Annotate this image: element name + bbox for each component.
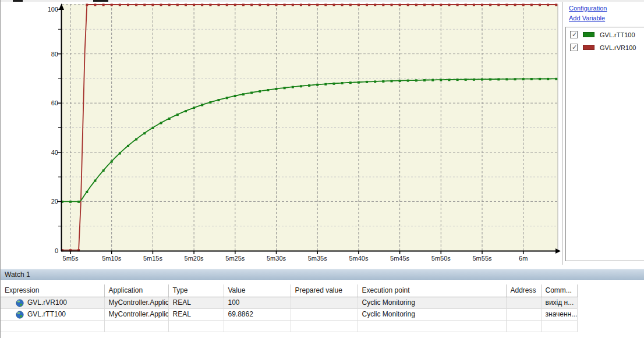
expression-cell: GVL.rVR100: [1, 297, 104, 308]
series-color-swatch: [583, 45, 595, 50]
address-cell: [506, 297, 541, 308]
application-cell: MyController.Applica...: [104, 297, 168, 308]
svg-text:5m5s: 5m5s: [63, 255, 79, 262]
svg-text:5m30s: 5m30s: [267, 255, 286, 262]
application-cell: MyController.Applica...: [104, 308, 168, 320]
execution-point-cell: Cyclic Monitoring: [358, 308, 506, 320]
svg-text:80: 80: [51, 51, 58, 58]
type-cell: REAL: [168, 297, 224, 308]
trace-chart-svg[interactable]: 0204060801005m5s5m10s5m15s5m20s5m25s5m30…: [0, 2, 562, 265]
legend-item-rtt100[interactable]: GVL.rTT100: [566, 29, 644, 40]
watch-table: Expression Application Type Value Prepar…: [1, 284, 578, 332]
svg-text:0: 0: [55, 247, 58, 254]
add-variable-link[interactable]: Add Variable: [569, 15, 605, 22]
variable-globe-icon: [16, 311, 24, 319]
col-header-value[interactable]: Value: [224, 284, 291, 297]
svg-text:6m: 6m: [519, 255, 528, 262]
svg-text:20: 20: [51, 198, 58, 205]
svg-text:5m20s: 5m20s: [185, 255, 204, 262]
col-header-expression[interactable]: Expression: [1, 284, 104, 297]
svg-text:5m50s: 5m50s: [431, 255, 451, 262]
checkbox-icon[interactable]: [570, 44, 578, 51]
col-header-prepared-value[interactable]: Prepared value: [291, 284, 358, 297]
expression-cell: GVL.rTT100: [1, 308, 104, 320]
watch-row-empty[interactable]: [1, 320, 577, 332]
window-left-border: [0, 0, 1, 338]
col-header-comment[interactable]: Comm...: [541, 284, 577, 297]
toolbar-remnant-icon: [13, 0, 23, 2]
watch-panel-title: Watch 1: [0, 269, 644, 280]
legend-label: GVL.rTT100: [600, 31, 635, 38]
toolbar-remnant-icon: [93, 0, 108, 2]
legend-box: GVL.rTT100 GVL.rVR100: [565, 27, 644, 261]
svg-text:40: 40: [51, 149, 58, 156]
checkbox-icon[interactable]: [570, 31, 578, 38]
execution-point-cell: Cyclic Monitoring: [358, 297, 506, 308]
variable-globe-icon: [16, 299, 24, 307]
watch-row-rvr100[interactable]: GVL.rVR100 MyController.Applica... REAL …: [1, 297, 577, 308]
col-header-type[interactable]: Type: [168, 284, 224, 297]
top-edge-artifact: [0, 0, 644, 2]
svg-text:5m45s: 5m45s: [390, 255, 410, 262]
value-cell[interactable]: 100: [224, 297, 291, 308]
series-color-swatch: [583, 32, 595, 37]
prepared-value-cell[interactable]: [291, 297, 358, 308]
watch-panel: Watch 1 Expression Application Type Valu…: [0, 269, 644, 338]
svg-text:5m10s: 5m10s: [102, 255, 122, 262]
watch-row-rtt100[interactable]: GVL.rTT100 MyController.Applica... REAL …: [1, 308, 577, 320]
prepared-value-cell[interactable]: [291, 308, 358, 320]
svg-text:60: 60: [51, 99, 58, 106]
legend-label: GVL.rVR100: [600, 44, 636, 51]
col-header-address[interactable]: Address: [506, 284, 541, 297]
svg-text:5m35s: 5m35s: [308, 255, 328, 262]
comment-cell: вихід н...: [541, 297, 577, 308]
trace-chart[interactable]: 0204060801005m5s5m10s5m15s5m20s5m25s5m30…: [0, 2, 562, 265]
trace-config-panel: Configuration Add Variable GVL.rTT100 GV…: [562, 2, 644, 265]
svg-text:5m15s: 5m15s: [143, 255, 163, 262]
legend-item-rvr100[interactable]: GVL.rVR100: [566, 42, 644, 53]
svg-text:5m55s: 5m55s: [472, 255, 492, 262]
col-header-execution-point[interactable]: Execution point: [358, 284, 506, 297]
watch-header-row: Expression Application Type Value Prepar…: [1, 284, 577, 297]
svg-text:5m25s: 5m25s: [225, 255, 245, 262]
trace-window: 0204060801005m5s5m10s5m15s5m20s5m25s5m30…: [0, 0, 644, 338]
col-header-application[interactable]: Application: [104, 284, 168, 297]
svg-text:100: 100: [48, 6, 58, 13]
svg-text:5m40s: 5m40s: [349, 255, 369, 262]
configuration-link[interactable]: Configuration: [569, 5, 607, 12]
type-cell: REAL: [168, 308, 224, 320]
address-cell: [506, 308, 541, 320]
comment-cell: значенн...: [541, 308, 577, 320]
value-cell[interactable]: 69.8862: [224, 308, 291, 320]
